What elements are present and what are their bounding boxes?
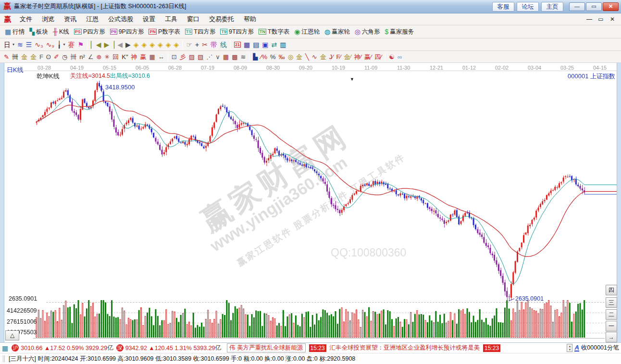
toolbar1-hexagon-button[interactable]: ◎六角形 (352, 27, 383, 36)
toolbar2-next-page-button[interactable]: ▶ (124, 41, 132, 49)
pane-btn-next[interactable]: → (606, 332, 617, 342)
toolbar2-competition-button[interactable]: 赛 (66, 41, 76, 49)
menu-item-5[interactable]: 设置 (138, 15, 160, 24)
toolbar2-diamond-vexpand-button[interactable]: ◈ (164, 41, 173, 49)
menu-item-7[interactable]: 窗口 (182, 15, 204, 24)
toolbar2-diamond-right-button[interactable]: ◈ (140, 41, 148, 49)
toolbar2-diamond-expand-button[interactable]: ◈ (173, 41, 181, 49)
toolbar3-taiji-button[interactable]: ☯ (387, 53, 396, 61)
menu-item-0[interactable]: 文件 (15, 15, 37, 24)
toolbar2-calendar-button[interactable]: 21 (233, 41, 242, 48)
toolbar3-price-ruler-button[interactable]: 卌 (69, 53, 78, 61)
toolbar3-fan-square-button[interactable]: ▨ (187, 53, 196, 61)
pane-btn-four[interactable]: 四 (606, 285, 617, 295)
toolbar3-shen-tool-button[interactable]: 神 (130, 53, 139, 61)
menu-item-6[interactable]: 工具 (160, 15, 182, 24)
menu-item-2[interactable]: 资讯 (59, 15, 81, 24)
toolbar1-winner-wheel-button[interactable]: ◍赢家轮 (322, 27, 352, 36)
toolbar3-region-box-button[interactable]: ⊡ (170, 53, 178, 61)
toolbar3-ying-line-button[interactable]: 赢∕ (363, 53, 373, 61)
toolbar3-golden-base-button[interactable]: 金 (319, 53, 328, 61)
toolbar3-parallel-lines-button[interactable]: ≋ (239, 53, 247, 61)
toolbar3-grid-dense-button[interactable]: ▩ (230, 53, 239, 61)
toolbar1-quotes-button[interactable]: ▦行情 (2, 27, 27, 36)
tick-chart-icon[interactable]: A (574, 344, 579, 352)
toolbar3-mark-pen-button[interactable]: ✐ (52, 53, 61, 61)
toolbar2-single-kline-btn-button[interactable]: ╽▾ (56, 41, 66, 49)
toolbar2-drag-hand-button[interactable]: ☞ (185, 41, 194, 49)
toolbar1-9p-square-button[interactable]: P99P四方形 (108, 27, 147, 36)
menu-item-4[interactable]: 公式选股 (103, 15, 138, 24)
toolbar3-price-grid-button[interactable]: ▦ (148, 53, 157, 61)
toolbar2-rank-flags-button[interactable]: ⚑ (76, 41, 85, 49)
toolbar3-gold-seg-a-button[interactable]: 金 (20, 53, 29, 61)
toolbar2-last-page-button[interactable]: ▶▕ (103, 41, 116, 49)
pane-btn-two[interactable]: 二 (606, 309, 617, 320)
menu-item-1[interactable]: 浏览 (37, 15, 59, 24)
toolbar3-gold-seg-b-button[interactable]: 金 (29, 53, 38, 61)
quote-grid-icon[interactable]: ▦ (2, 344, 8, 352)
toolbar2-curve-tool-button[interactable]: 线 (219, 41, 228, 49)
toolbar2-wave-9-button[interactable]: ∿₉ (45, 41, 56, 49)
toolbar3-golden-levels-button[interactable]: 金 (295, 53, 304, 61)
toolbar3-fibo-f-button[interactable]: F (38, 53, 45, 61)
toolbar3-time-ruler-button[interactable]: 卌 (11, 53, 20, 61)
spinner-down-icon[interactable]: ▼ (569, 348, 571, 352)
pane-btn-one[interactable]: 一 (606, 321, 617, 331)
sh-index-value[interactable]: 3010.66 (21, 345, 42, 352)
toolbar3-time-circle-button[interactable]: ◷ (61, 53, 69, 61)
toolbar3-square-spiral-button[interactable]: 回 (111, 53, 120, 61)
sz-index-value[interactable]: 9342.92 (125, 345, 147, 352)
toolbar2-diamond-hshrink-button[interactable]: ◈ (156, 41, 164, 49)
toolbar3-spiral-button[interactable]: ʘ (45, 53, 52, 61)
toolbar1-p-square-button[interactable]: PSP四方形 (72, 27, 108, 36)
forum-button[interactable]: 论坛 (517, 2, 539, 12)
news-headline-2[interactable]: 汇丰全球投资展望：亚洲地区企业盈利增长预计或将是美 (330, 344, 480, 352)
toolbar1-gann-wheel-button[interactable]: ◉江恩轮 (292, 27, 322, 36)
toolbar3-percent-lines-button[interactable]: ∕% (259, 53, 269, 61)
toolbar3-star-spiral-button[interactable]: ✳ (103, 53, 111, 61)
toolbar1-winner-service-button[interactable]: $赢家服务 (382, 27, 416, 36)
toolbar1-t-number-button[interactable]: TNT数字表 (256, 27, 292, 36)
spinner-up-icon[interactable]: ▲ (569, 345, 571, 348)
toolbar2-wave-window-button[interactable]: ≋ (16, 41, 25, 49)
toolbar1-t-square-button[interactable]: TST四方形 (183, 27, 218, 36)
toolbar3-k-segments-button[interactable]: K″ (120, 53, 129, 61)
toolbar2-angle-tool-button[interactable]: ✂ (200, 41, 209, 49)
menu-item-8[interactable]: 交易委托 (204, 15, 239, 24)
toolbar2-printer-button[interactable]: ▥ (278, 41, 287, 49)
toolbar3-gann-fan-button[interactable]: 彡 (178, 53, 187, 61)
toolbar2-crosshair-button[interactable]: + (194, 41, 200, 49)
toolbar2-first-page-button[interactable]: ▏◀ (89, 41, 103, 49)
toolbar3-f-line-button[interactable]: F∕ (335, 53, 342, 61)
toolbar3-n-square-button[interactable]: n² (78, 53, 87, 61)
toolbar3-si-line-button[interactable]: 四∕ (373, 53, 383, 61)
menu-item-9[interactable]: 帮助 (239, 15, 261, 24)
toolbar3-angle-gauge-button[interactable]: ∠ (87, 53, 95, 61)
toolbar3-j-line-button[interactable]: J∕ (328, 53, 335, 61)
toolbar2-notepad-button[interactable]: ▤ (251, 41, 261, 49)
toolbar2-prev-page-button[interactable]: ◀ (116, 41, 124, 49)
news-scroll-spinner[interactable]: ▲ ▼ (567, 344, 572, 352)
toolbar2-kline-period-btn-button[interactable]: 日▾ (2, 41, 16, 49)
customer-service-button[interactable]: 客服 (492, 2, 514, 12)
toolbar1-9t-square-button[interactable]: T99T四方形 (218, 27, 256, 36)
toolbar3-percent-button[interactable]: % (269, 53, 277, 61)
toolbar2-data-transfer-button[interactable]: ⇄ (270, 41, 279, 49)
menu-item-3[interactable]: 江恩 (81, 15, 103, 24)
child-restore-button[interactable]: ▭ (597, 16, 605, 23)
toolbar3-gold-line-button[interactable]: 金∕ (343, 53, 353, 61)
toolbar3-percent-channel-button[interactable]: ‰ (277, 53, 286, 61)
homepage-button[interactable]: 主页 (541, 2, 563, 12)
toolbar3-gann-target-button[interactable]: ⊕ (95, 53, 103, 61)
tick-chart-label[interactable]: 收000001分笔 (581, 344, 619, 352)
toolbar3-volume-profile-button[interactable]: ▙ (251, 53, 259, 61)
toolbar3-ying-tool-button[interactable]: 赢 (139, 53, 148, 61)
toolbar2-calculator-button[interactable]: ▦ (242, 41, 251, 49)
toolbar1-sectors-button[interactable]: ▚板块 (27, 27, 50, 36)
news-headline-1[interactable]: 伟 美方严重扰乱全球新能源 (227, 343, 305, 352)
close-button[interactable]: ✕ (603, 2, 619, 11)
minimize-button[interactable]: — (569, 2, 585, 11)
volume-zoom-button[interactable]: △ (5, 330, 19, 340)
toolbar3-check-wave-button[interactable]: ∨ (214, 53, 222, 61)
